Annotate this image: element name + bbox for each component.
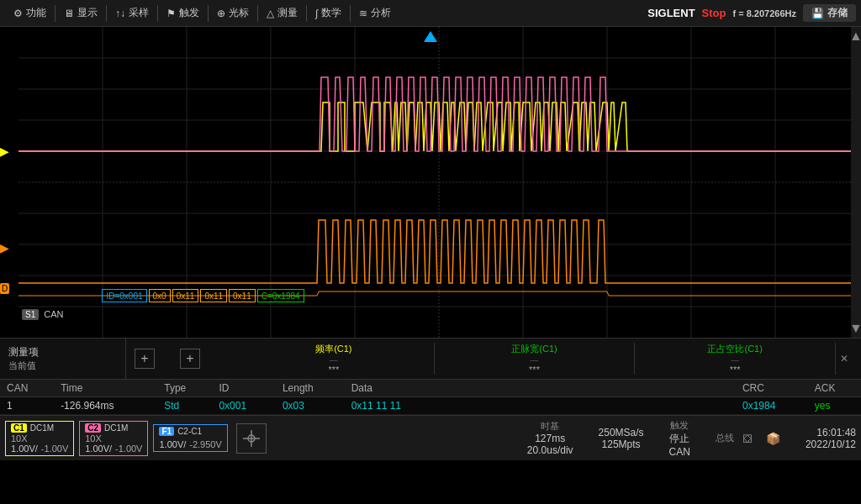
timebase-per-div: 20.0us/div [527,444,573,456]
meas-poswidth-dash: — [531,355,539,365]
meas-poswidth-label: 正脉宽(C1) [511,343,557,355]
cursor-icon: ⊕ [217,8,225,19]
sample-icon: ↑↓ [115,8,125,19]
col-id: ID [212,380,276,397]
meas-title-section: 测量项 当前值 [8,339,126,379]
memory-depth: 125Mpts [602,438,641,450]
meas-add-button[interactable]: + [135,349,155,369]
usb-icon: ⛋ [742,432,754,445]
col-length: Length [276,380,345,397]
toolbar-analyze-label: 分析 [371,6,391,20]
bus-label: 总线 [716,432,734,444]
decode-b0: 0x0 [149,289,171,302]
toolbar-display[interactable]: 🖥 显示 [55,0,106,26]
math-icon: ∫ [315,8,318,19]
toolbar-math[interactable]: ∫ 数学 [307,0,350,26]
meas-stat-freq: 频率(C1) — *** [234,343,435,375]
toolbar-measure-label: 测量 [277,6,298,20]
scroll-down-icon[interactable]: ▼ [849,321,861,336]
meas-stat-dutycycle: 正占空比(C1) — *** [635,343,836,375]
cell-id: 0x001 [212,397,276,415]
decode-b3: 0x11 [229,289,256,302]
toolbar-analyze[interactable]: ≋ 分析 [351,0,399,26]
crosshair-icon [241,428,261,449]
toolbar-trigger[interactable]: ⚑ 触发 [158,0,208,26]
meas-dutycycle-label: 正占空比(C1) [707,343,762,355]
analyze-icon: ≋ [359,8,367,19]
measurements-bar: 测量项 当前值 + + 频率(C1) — *** 正脉宽(C1) — *** 正… [0,338,861,380]
scroll-up-icon[interactable]: ▲ [849,29,861,44]
timebase-group: 时基 127ms 20.0us/div [527,420,573,456]
meas-close-button[interactable]: ✕ [836,350,853,367]
svg-marker-18 [424,31,437,42]
ch1-indicator: ▶ [0,144,9,158]
toolbar-display-label: 显示 [77,6,98,20]
cell-ack: yes [808,397,861,415]
toolbar-function-label: 功能 [26,6,46,20]
col-can: CAN [0,380,54,397]
can-decode-bar: ID=0x001 0x0 0x11 0x11 0x11 C=0x1984 [102,289,304,302]
scope-scrollbar[interactable]: ▲ ▼ [851,27,861,338]
bus-val: CAN [669,446,690,458]
ch1-info: C1 DC1M 10X 1.00V/ -1.00V [5,421,74,456]
sample-rate-group: 250MSa/s 125Mpts [599,427,644,450]
table-header-row: CAN Time Type ID Length Data CRC ACK [0,380,861,397]
brand-section: SIGLENT Stop f = 8.207266Hz 💾 存储 [647,4,856,22]
toolbar-cursor[interactable]: ⊕ 光标 [209,0,257,26]
chd-indicator: D [0,283,9,294]
f1-vdiv: 1.00V/ [159,439,186,449]
trigger-group: 触发 停止 CAN [669,419,690,458]
col-crc: CRC [736,380,808,397]
time-display: 16:01:48 [816,427,856,438]
freq-display: f = 8.207266Hz [732,8,796,18]
gear-icon: ⚙ [13,8,23,19]
scope-waveform-area[interactable]: S1 CAN ID=0x001 0x0 0x11 0x11 0x11 C=0x1… [18,27,851,338]
toolbar-cursor-label: 光标 [229,6,249,20]
c1-scale: 10X [11,433,68,444]
meas-add-button-2[interactable]: + [180,349,200,369]
s1-badge: S1 [22,309,39,320]
f1-info: F1 C2-C1 1.00V/ -2.950V [153,424,227,452]
trigger-label: 触发 [670,419,689,432]
c2-vdiv: 1.00V/ [85,444,112,454]
decode-crc: C=0x1984 [257,289,304,302]
meas-freq-val: *** [328,365,339,375]
col-time: Time [54,380,157,397]
table-row: 1 -126.964ms Std 0x001 0x03 0x11 11 11 0… [0,397,861,415]
can-bus-label: S1 CAN ID=0x001 0x0 0x11 0x11 0x11 C=0x1… [22,307,271,321]
stop-button[interactable]: Stop [702,7,726,19]
toolbar-sample[interactable]: ↑↓ 采样 [107,0,157,26]
decode-b2: 0x11 [200,289,227,302]
meas-freq-label: 频率(C1) [315,343,351,355]
toolbar-function[interactable]: ⚙ 功能 [5,0,55,26]
scope-display: ▶ ▶ D [0,27,861,338]
col-data: Data [345,380,736,397]
timebase-label: 时基 [541,420,559,433]
save-label: 存储 [827,6,848,20]
ch2-info: C2 DC1M 10X 1.00V/ -1.00V [79,421,148,456]
meas-title: 测量项 [8,345,117,360]
date-display: 2022/10/12 [806,438,856,450]
can-data-table: CAN Time Type ID Length Data CRC ACK 1 -… [0,380,861,415]
crosshair-button[interactable] [236,423,267,454]
f1-coupling: C2-C1 [177,427,202,436]
toolbar-measure[interactable]: △ 测量 [258,0,306,26]
sd-icon: 📦 [766,432,780,445]
meas-stat-poswidth: 正脉宽(C1) — *** [435,343,636,375]
monitor-icon: 🖥 [64,8,74,19]
col-type: Type [157,380,212,397]
c2-badge: C2 [85,423,101,433]
decode-id: ID=0x001 [102,289,146,302]
trigger-state: 停止 [669,432,689,446]
data-table: CAN Time Type ID Length Data CRC ACK 1 -… [0,380,861,415]
save-button[interactable]: 💾 存储 [803,4,856,22]
meas-freq-dash: — [330,355,338,365]
ch2-indicator: ▶ [0,241,9,255]
timebase-horizontal: 127ms [535,433,565,444]
meas-current-val: 当前值 [8,360,117,372]
toolbar-sample-label: 采样 [129,6,149,20]
cell-length: 0x03 [276,397,345,415]
brand-name: SIGLENT [647,7,695,19]
channel-labels: ▶ ▶ D [0,27,18,338]
timebase-section: 时基 127ms 20.0us/div 250MSa/s 125Mpts 触发 … [527,419,734,458]
